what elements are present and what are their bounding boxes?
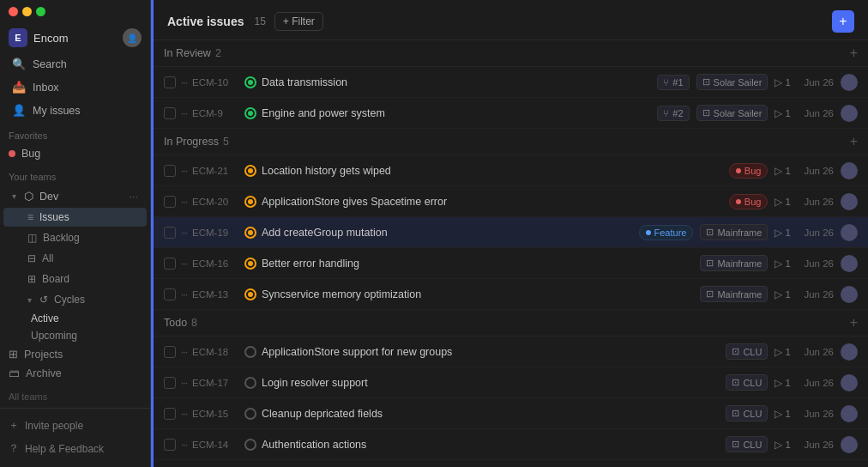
sidebar-item-search[interactable]: 🔍 Search <box>3 53 147 75</box>
avatar <box>841 286 858 303</box>
close-button[interactable] <box>9 7 18 16</box>
sidebar-item-cycles[interactable]: ▾ ↺ Cycles <box>3 290 147 309</box>
issue-checkbox[interactable] <box>164 439 176 451</box>
priority: ▷ 1 <box>775 165 791 177</box>
all-teams-label: All teams <box>0 383 150 405</box>
caret-down-icon: ▾ <box>12 191 16 201</box>
person-icon: 👤 <box>12 104 26 117</box>
issue-title: ApplicationStore gives Spacetime error <box>262 196 724 208</box>
issue-id: ECM-20 <box>192 197 239 207</box>
cycle-badge: ⊡ Mainframe <box>700 255 768 271</box>
cycle-icon: ⊡ <box>706 258 714 269</box>
issue-row[interactable]: ··· ECM-13 Syncservice memory optimizati… <box>154 279 868 310</box>
issue-date: Jun 26 <box>798 108 834 118</box>
priority: ▷ 1 <box>775 258 791 270</box>
team-name: Dev <box>39 191 58 203</box>
sidebar-item-board[interactable]: ⊞ Board <box>3 270 147 288</box>
issue-checkbox[interactable] <box>164 107 176 119</box>
issue-date: Jun 26 <box>798 409 834 419</box>
issue-row[interactable]: ··· ECM-20 ApplicationStore gives Spacet… <box>154 186 868 217</box>
avatar <box>841 436 858 453</box>
group-add-button[interactable]: + <box>850 315 858 331</box>
issue-row[interactable]: ··· ECM-16 Better error handling ⊡ Mainf… <box>154 248 868 279</box>
group-add-button[interactable]: + <box>850 134 858 149</box>
sidebar-item-all[interactable]: ⊟ All <box>3 249 147 268</box>
issue-checkbox[interactable] <box>164 76 176 88</box>
archive-label: Archive <box>26 367 62 379</box>
issue-checkbox[interactable] <box>164 408 176 420</box>
group-todo-label: Todo <box>164 317 187 329</box>
tag-bug: Bug <box>729 163 769 179</box>
issue-row[interactable]: ··· ECM-19 Add createGroup mutation Feat… <box>154 217 868 248</box>
archive-icon: 🗃 <box>9 367 20 379</box>
window-controls <box>0 0 150 23</box>
tag-label: Bug <box>744 166 762 176</box>
issue-row[interactable]: ··· ECM-21 Location history gets wiped B… <box>154 155 868 186</box>
maximize-button[interactable] <box>36 7 45 16</box>
issue-checkbox[interactable] <box>164 288 176 300</box>
issue-row[interactable]: ··· ECM-12 Walkway lighting ⊡ CLU ▷ 1 Ju… <box>154 460 868 467</box>
backlog-label: Backlog <box>43 232 80 244</box>
priority: ▷ 1 <box>775 227 791 239</box>
cycle-badge: ⊡ Solar Sailer <box>696 105 769 121</box>
issue-row[interactable]: ··· ECM-9 Engine and power system ⑂ #2 ⊡… <box>154 98 868 129</box>
team-dev[interactable]: ▾ ⬡ Dev ··· <box>3 186 147 206</box>
sidebar-item-upcoming[interactable]: Upcoming <box>0 327 150 344</box>
favorites-section-label: Favorites <box>0 122 150 144</box>
help-icon: ？ <box>9 441 19 456</box>
add-issue-button[interactable]: + <box>832 10 854 33</box>
help-feedback-button[interactable]: ？ Help & Feedback <box>0 437 150 460</box>
issue-checkbox[interactable] <box>164 196 176 208</box>
issue-row[interactable]: ··· ECM-15 Cleanup depricated fields ⊡ C… <box>154 398 868 429</box>
issue-checkbox[interactable] <box>164 377 176 389</box>
minimize-button[interactable] <box>22 7 32 16</box>
issue-id: ECM-21 <box>192 166 239 176</box>
workspace-name: Encom <box>33 32 68 45</box>
sidebar-item-issues[interactable]: ≡ Issues <box>3 208 147 227</box>
issue-row[interactable]: ··· ECM-10 Data transmission ⑂ #1 ⊡ Sola… <box>154 67 868 98</box>
issue-row[interactable]: ··· ECM-14 Authentication actions ⊡ CLU … <box>154 429 868 460</box>
issue-row[interactable]: ··· ECM-18 ApplicationStore support for … <box>154 337 868 367</box>
sidebar-item-archive[interactable]: 🗃 Archive <box>0 364 150 383</box>
invite-people-button[interactable]: ＋ Invite people <box>0 414 150 437</box>
issue-checkbox[interactable] <box>164 165 176 177</box>
sidebar-item-active[interactable]: Active <box>0 310 150 327</box>
avatar <box>841 255 858 272</box>
cycle-name: Mainframe <box>717 227 762 238</box>
sidebar-item-projects[interactable]: ⊞ Projects <box>0 344 150 364</box>
issue-handle-icon: ··· <box>181 346 187 358</box>
issue-date: Jun 26 <box>798 227 834 238</box>
cycle-icon: ⊡ <box>706 288 714 300</box>
issue-handle-icon: ··· <box>181 377 187 389</box>
pr-num: #2 <box>672 108 683 118</box>
priority: ▷ 1 <box>775 439 791 451</box>
cycle-icon: ⊡ <box>732 346 739 357</box>
issue-date: Jun 26 <box>798 347 834 357</box>
cycle-badge: ⊡ CLU <box>726 343 768 360</box>
issue-checkbox[interactable] <box>164 346 176 358</box>
issue-row[interactable]: ··· ECM-17 Login resolver support ⊡ CLU … <box>154 367 868 398</box>
board-label: Board <box>42 273 69 285</box>
status-todo-icon <box>244 439 256 451</box>
plus-icon: ＋ <box>9 418 19 433</box>
pr-num: #1 <box>672 77 683 88</box>
filter-button[interactable]: + Filter <box>274 12 323 31</box>
issue-checkbox[interactable] <box>164 227 176 239</box>
issue-handle-icon: ··· <box>181 288 187 300</box>
projects-label: Projects <box>24 349 63 361</box>
issue-date: Jun 26 <box>798 289 834 300</box>
status-in-progress-icon <box>244 258 256 270</box>
issue-handle-icon: ··· <box>181 227 187 239</box>
issue-handle-icon: ··· <box>181 76 187 88</box>
workspace-selector[interactable]: E Encom 👤 <box>0 23 150 52</box>
pr-badge: ⑂ #2 <box>657 106 689 121</box>
sidebar-item-inbox[interactable]: 📥 Inbox <box>3 76 147 98</box>
sidebar-item-my-issues[interactable]: 👤 My issues <box>3 100 147 121</box>
issue-checkbox[interactable] <box>164 258 176 270</box>
inbox-icon: 📥 <box>12 81 26 94</box>
cycle-name: CLU <box>743 378 762 388</box>
sidebar-item-backlog[interactable]: ◫ Backlog <box>3 228 147 247</box>
cycles-caret-icon: ▾ <box>27 295 32 305</box>
group-add-button[interactable]: + <box>850 45 858 61</box>
favorites-bug[interactable]: Bug <box>0 144 150 163</box>
